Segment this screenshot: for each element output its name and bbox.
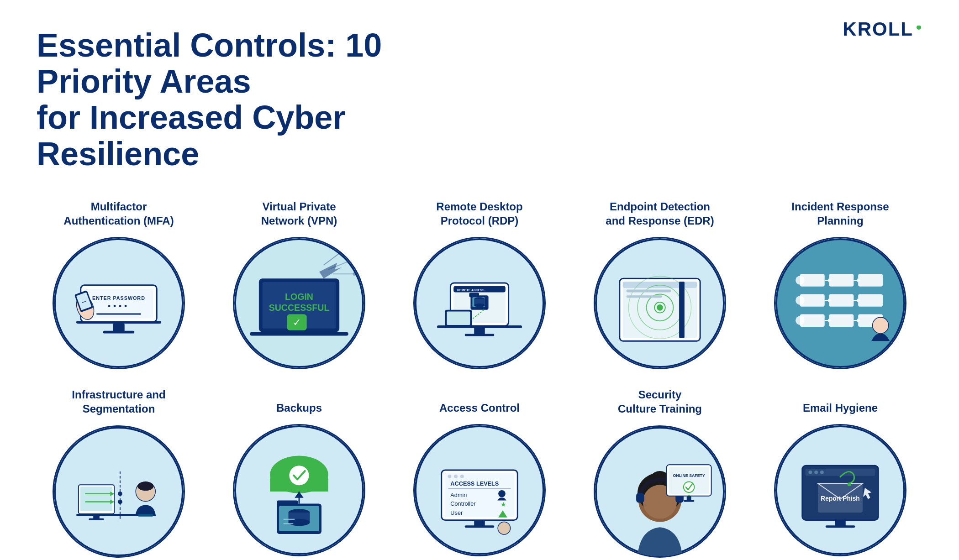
card-title-mfa: MultifactorAuthentication (MFA) [63,199,174,228]
card-vpn: Virtual PrivateNetwork (VPN) LOGIN SUCCE… [217,199,381,369]
svg-text:REMOTE ACCESS: REMOTE ACCESS [457,288,485,292]
svg-text:LOGIN: LOGIN [285,292,313,302]
svg-rect-44 [447,312,470,325]
page-container: KROLL Essential Controls: 10 Priority Ar… [0,0,959,560]
svg-point-0 [917,26,921,30]
svg-rect-148 [687,496,691,500]
svg-rect-149 [684,500,695,502]
illustration-edr [594,237,726,369]
svg-point-25 [339,249,344,255]
svg-rect-119 [465,525,495,528]
backups-svg [234,424,364,556]
title-line2: for Increased Cyber Resilience [37,99,345,172]
security-svg: ONLINE SAFETY [595,425,725,558]
card-mfa: MultifactorAuthentication (MFA) ENTER PA… [37,199,201,369]
svg-rect-32 [465,334,495,336]
svg-rect-4 [103,331,135,334]
svg-text:User: User [450,509,463,516]
svg-point-92 [137,481,153,491]
svg-rect-61 [829,274,854,286]
svg-point-161 [848,482,851,486]
illustration-email: Report Phish [774,424,906,556]
svg-rect-50 [623,282,697,288]
svg-point-84 [796,316,805,325]
svg-rect-64 [829,294,854,307]
card-title-email: Email Hygiene [803,387,878,415]
svg-rect-9 [96,314,141,315]
svg-point-106 [289,466,309,485]
svg-point-124 [460,475,464,478]
svg-rect-65 [858,294,883,307]
svg-text:Controller: Controller [450,500,476,507]
svg-rect-126 [448,488,511,489]
svg-point-133 [498,522,510,534]
svg-point-82 [796,276,805,285]
svg-rect-93 [138,513,153,516]
mfa-svg: ENTER PASSWORD •••• •••• [54,237,184,369]
svg-rect-88 [80,487,113,511]
svg-point-158 [820,471,824,474]
card-infra: Infrastructure andSegmentation [37,387,201,557]
card-title-security: SecurityCulture Training [618,387,702,416]
svg-text:✓: ✓ [293,317,301,328]
svg-text:ENTER PASSWORD: ENTER PASSWORD [92,295,145,301]
illustration-backups [233,424,365,556]
svg-text:★: ★ [501,501,506,508]
illustration-rdp: REMOTE ACCESS [413,237,546,369]
card-title-rdp: Remote DesktopProtocol (RDP) [436,199,522,228]
svg-point-55 [657,304,663,311]
svg-point-156 [808,471,812,474]
card-email: Email Hygiene [758,387,922,557]
svg-text:ACCESS LEVELS: ACCESS LEVELS [450,480,499,487]
card-title-access: Access Control [439,387,520,415]
svg-rect-62 [858,274,883,286]
infra-svg [54,425,184,558]
svg-rect-110 [277,501,298,507]
kroll-logo: KROLL [843,18,922,40]
illustration-infra [53,425,185,558]
card-title-edr: Endpoint Detectionand Response (EDR) [606,199,714,228]
svg-point-123 [454,475,458,478]
card-title-irp: Incident ResponsePlanning [791,199,889,228]
svg-point-27 [353,272,358,277]
card-irp: Incident ResponsePlanning [758,199,922,369]
card-title-backups: Backups [276,387,322,415]
logo-area: KROLL [843,18,922,40]
svg-rect-56 [679,282,685,338]
svg-point-99 [118,492,122,496]
svg-rect-58 [627,295,662,298]
illustration-security: ONLINE SAFETY [594,425,726,558]
edr-svg [595,237,725,369]
card-title-infra: Infrastructure andSegmentation [72,387,165,416]
svg-rect-90 [89,518,104,520]
irp-svg [775,237,905,369]
illustration-vpn: LOGIN SUCCESSFUL ✓ [233,237,365,369]
svg-text:ONLINE SAFETY: ONLINE SAFETY [673,473,705,477]
page-title: Essential Controls: 10 Priority Areas fo… [37,27,448,172]
logo-text: KROLL [843,18,913,40]
svg-rect-141 [636,492,644,502]
card-edr: Endpoint Detectionand Response (EDR) [578,199,742,369]
svg-rect-21 [250,332,348,336]
card-backups: Backups [217,387,381,557]
svg-point-26 [348,258,353,263]
access-svg: ACCESS LEVELS Admin Controller ★ User [415,424,544,556]
svg-point-157 [814,471,818,474]
illustration-access: ACCESS LEVELS Admin Controller ★ User [413,424,546,556]
svg-point-100 [118,499,122,504]
svg-point-85 [55,427,183,555]
row2: Infrastructure andSegmentation [37,387,922,557]
card-access: Access Control ACCESS LEVELS [397,387,562,557]
email-svg: Report Phish [775,424,905,556]
svg-point-128 [498,490,506,497]
title-line1: Essential Controls: 10 Priority Areas [37,27,382,99]
svg-text:••••: •••• [108,302,130,311]
logo-accent-icon [915,26,922,33]
svg-point-42 [474,304,485,307]
card-rdp: Remote DesktopProtocol (RDP) REMOTE ACCE… [397,199,562,369]
svg-rect-57 [627,290,671,293]
card-security: SecurityCulture Training [578,387,742,557]
svg-rect-38 [469,293,479,298]
vpn-svg: LOGIN SUCCESSFUL ✓ [234,237,364,369]
rdp-svg: REMOTE ACCESS [415,237,544,369]
